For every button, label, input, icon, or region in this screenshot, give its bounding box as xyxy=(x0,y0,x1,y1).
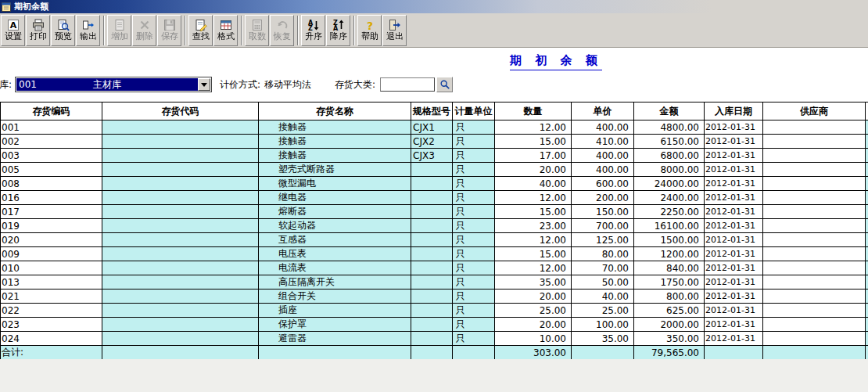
table-row[interactable]: 005塑壳式断路器只20.00400.008000.002012-01-31 xyxy=(1,163,868,177)
column-header[interactable]: 金额 xyxy=(634,102,705,120)
cell[interactable]: 电压表 xyxy=(259,247,411,261)
cell[interactable] xyxy=(763,332,866,346)
cell[interactable]: 8000.00 xyxy=(634,163,705,177)
cell[interactable]: 024 xyxy=(1,332,102,346)
table-row[interactable]: 013高压隔离开关只35.0050.001750.002012-01-31 xyxy=(1,275,868,290)
cell[interactable] xyxy=(411,318,453,332)
cell[interactable]: 25.00 xyxy=(495,304,572,318)
cell[interactable]: 只 xyxy=(453,275,495,290)
title-bar[interactable]: 期初余额 xyxy=(0,0,868,13)
table-row[interactable]: 020互感器只12.00125.001500.002012-01-31 xyxy=(1,233,868,247)
column-header[interactable]: 入库日期 xyxy=(705,102,763,120)
cell[interactable]: 017 xyxy=(1,205,102,219)
cell[interactable] xyxy=(411,275,453,290)
exit-button[interactable]: 退出 xyxy=(382,15,407,46)
cell[interactable]: 避雷器 xyxy=(259,332,411,346)
cell[interactable]: 2012-01-31 xyxy=(705,332,763,346)
cell[interactable]: CJX1 xyxy=(411,120,453,135)
cell[interactable]: 互感器 xyxy=(259,233,411,247)
cell[interactable]: 016 xyxy=(1,191,102,205)
print-button[interactable]: 打印 xyxy=(26,15,50,46)
cell[interactable] xyxy=(763,219,866,233)
cell[interactable]: 2012-01-31 xyxy=(705,290,763,304)
cell[interactable]: 40.00 xyxy=(495,177,572,191)
cell[interactable]: 只 xyxy=(453,261,495,275)
cell[interactable]: 800.00 xyxy=(634,290,705,304)
cell[interactable]: 熔断器 xyxy=(259,205,411,219)
cell[interactable]: 600.00 xyxy=(572,177,634,191)
cell[interactable]: 12.00 xyxy=(495,261,572,275)
cell[interactable]: 700.00 xyxy=(572,219,634,233)
cell[interactable] xyxy=(763,191,866,205)
cell[interactable]: 20.00 xyxy=(495,290,572,304)
cell[interactable] xyxy=(102,205,259,219)
cell[interactable]: 1750.00 xyxy=(634,275,705,290)
cell[interactable]: 003 xyxy=(1,149,102,163)
cell[interactable]: 微型漏电 xyxy=(259,177,411,191)
cell[interactable]: 只 xyxy=(453,290,495,304)
cell[interactable] xyxy=(763,318,866,332)
cell[interactable] xyxy=(763,163,866,177)
cell[interactable]: 1200.00 xyxy=(634,247,705,261)
cell[interactable]: 6150.00 xyxy=(634,135,705,149)
cell[interactable]: 400.00 xyxy=(572,149,634,163)
cell[interactable]: 6800.00 xyxy=(634,149,705,163)
cell[interactable] xyxy=(411,177,453,191)
cell[interactable] xyxy=(411,304,453,318)
cell[interactable]: 2250.00 xyxy=(634,205,705,219)
cell[interactable] xyxy=(102,261,259,275)
help-button[interactable]: ?帮助 xyxy=(357,15,382,46)
cell[interactable]: 2012-01-31 xyxy=(705,275,763,290)
cell[interactable] xyxy=(411,332,453,346)
cell[interactable]: 35.00 xyxy=(495,275,572,290)
cell[interactable]: 23.00 xyxy=(495,219,572,233)
cell[interactable] xyxy=(411,163,453,177)
cell[interactable]: 2012-01-31 xyxy=(705,247,763,261)
cell[interactable]: 008 xyxy=(1,177,102,191)
cell[interactable]: 2012-01-31 xyxy=(705,304,763,318)
cell[interactable]: 021 xyxy=(1,290,102,304)
cell[interactable]: 电流表 xyxy=(259,261,411,275)
category-input[interactable] xyxy=(380,77,435,92)
column-header[interactable]: 数量 xyxy=(495,102,572,120)
column-header[interactable]: 规格型号 xyxy=(411,102,453,120)
cell[interactable]: 15.00 xyxy=(495,205,572,219)
cell[interactable]: 软起动器 xyxy=(259,219,411,233)
column-header[interactable]: 存货名称 xyxy=(259,102,411,120)
table-row[interactable]: 001接触器CJX1只12.00400.004800.002012-01-31 xyxy=(1,120,868,135)
cell[interactable]: 17.00 xyxy=(495,149,572,163)
table-row[interactable]: 016继电器只12.00200.002400.002012-01-31 xyxy=(1,191,868,205)
cell[interactable]: 100.00 xyxy=(572,318,634,332)
table-row[interactable]: 017熔断器只15.00150.002250.002012-01-31 xyxy=(1,205,868,219)
cell[interactable]: 只 xyxy=(453,247,495,261)
export-button[interactable]: 输出 xyxy=(76,15,100,46)
cell[interactable]: 组合开关 xyxy=(259,290,411,304)
cell[interactable]: 只 xyxy=(453,177,495,191)
table-row[interactable]: 003接触器CJX3只17.00400.006800.002012-01-31 xyxy=(1,149,868,163)
table-row[interactable]: 023保护罩只20.00100.002000.002012-01-31 xyxy=(1,318,868,332)
cell[interactable]: 接触器 xyxy=(259,135,411,149)
cell[interactable]: 2012-01-31 xyxy=(705,318,763,332)
find-button[interactable]: 查找 xyxy=(188,15,213,46)
cell[interactable] xyxy=(102,149,259,163)
cell[interactable] xyxy=(411,205,453,219)
cell[interactable]: 200.00 xyxy=(572,191,634,205)
cell[interactable] xyxy=(102,219,259,233)
cell[interactable]: 022 xyxy=(1,304,102,318)
cell[interactable]: 2012-01-31 xyxy=(705,163,763,177)
cell[interactable]: 2012-01-31 xyxy=(705,205,763,219)
sort-desc-button[interactable]: ZA降序 xyxy=(326,15,350,46)
cell[interactable]: 70.00 xyxy=(572,261,634,275)
cell[interactable]: 019 xyxy=(1,219,102,233)
cell[interactable]: 只 xyxy=(453,332,495,346)
cell[interactable]: 12.00 xyxy=(495,233,572,247)
cell[interactable] xyxy=(411,219,453,233)
cell[interactable]: 400.00 xyxy=(572,163,634,177)
cell[interactable]: 插座 xyxy=(259,304,411,318)
table-row[interactable]: 008微型漏电只40.00600.0024000.002012-01-31 xyxy=(1,177,868,191)
cell[interactable]: 020 xyxy=(1,233,102,247)
cell[interactable]: 只 xyxy=(453,233,495,247)
cell[interactable]: 010 xyxy=(1,261,102,275)
cell[interactable]: 12.00 xyxy=(495,120,572,135)
preview-button[interactable]: 预览 xyxy=(51,15,75,46)
